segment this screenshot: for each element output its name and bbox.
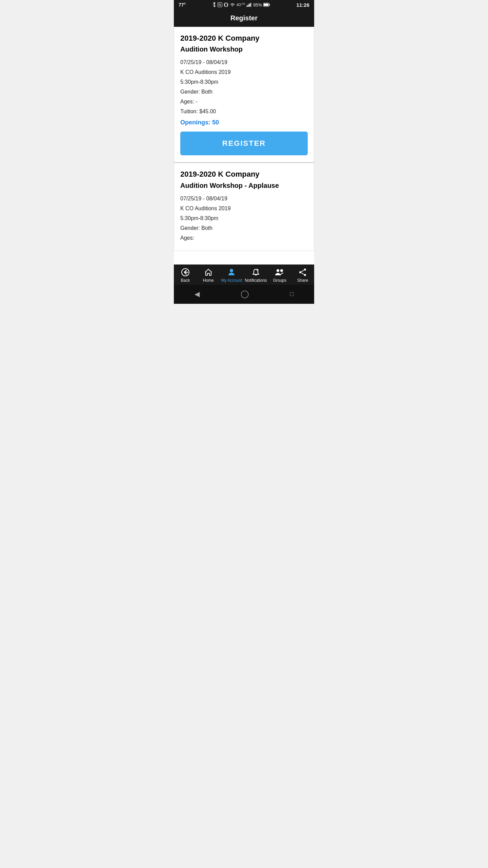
svg-point-12 <box>277 269 279 272</box>
android-back-button[interactable]: ◀ <box>188 289 206 299</box>
card-1-tuition: Tuition: $45.00 <box>180 107 308 116</box>
bottom-nav: Back Home My Account No <box>174 264 314 285</box>
event-card-2: 2019-2020 K Company Audition Workshop - … <box>174 162 314 251</box>
nav-home-label: Home <box>203 278 214 283</box>
card-1-date: 07/25/19 - 08/04/19 <box>180 58 308 66</box>
content-area: 2019-2020 K Company Audition Workshop 07… <box>174 27 314 264</box>
signal-icon <box>246 3 252 7</box>
svg-rect-2 <box>227 4 228 6</box>
nfc-icon: N <box>218 2 222 7</box>
nav-back-label: Back <box>181 278 190 283</box>
groups-icon <box>274 268 285 277</box>
svg-point-15 <box>299 271 301 273</box>
svg-point-14 <box>304 269 306 271</box>
card-2-date: 07/25/19 - 08/04/19 <box>180 195 308 203</box>
svg-point-11 <box>230 269 233 272</box>
android-home-button[interactable]: ◯ <box>234 288 256 300</box>
svg-rect-0 <box>225 3 227 6</box>
battery-percent: 95% <box>253 2 262 7</box>
vibrate-icon <box>224 2 228 7</box>
card-1-title-main: 2019-2020 K Company <box>180 34 308 43</box>
page-header: Register <box>174 9 314 27</box>
android-recent-button[interactable]: □ <box>283 289 301 299</box>
svg-point-13 <box>280 269 283 272</box>
network-icon: 4GLTE <box>237 3 245 7</box>
battery-icon <box>263 3 270 7</box>
svg-line-17 <box>301 270 304 272</box>
home-icon <box>204 268 213 277</box>
nav-back[interactable]: Back <box>175 268 196 283</box>
register-button-1[interactable]: REGISTER <box>180 132 308 155</box>
nav-my-account[interactable]: My Account <box>221 268 242 283</box>
card-2-title-sub: Audition Workshop - Applause <box>180 181 308 190</box>
card-2-title-main: 2019-2020 K Company <box>180 170 308 179</box>
page-title: Register <box>230 14 258 22</box>
bluetooth-icon <box>212 2 216 7</box>
nav-share-label: Share <box>297 278 308 283</box>
nav-notifications-label: Notifications <box>245 278 267 283</box>
card-2-time: 5:30pm-8:30pm <box>180 214 308 222</box>
card-2-location: K CO Auditions 2019 <box>180 204 308 213</box>
share-icon <box>298 268 307 277</box>
svg-rect-5 <box>249 4 250 7</box>
svg-rect-3 <box>246 6 247 7</box>
card-1-title-sub: Audition Workshop <box>180 45 308 54</box>
nav-notifications[interactable]: Notifications <box>245 268 267 283</box>
svg-rect-4 <box>248 5 249 7</box>
nav-share[interactable]: Share <box>292 268 313 283</box>
svg-rect-6 <box>250 3 251 7</box>
temperature: 77° <box>179 2 186 7</box>
svg-line-18 <box>301 273 304 275</box>
wifi-icon <box>230 3 235 7</box>
nav-groups[interactable]: Groups <box>269 268 290 283</box>
card-1-gender: Gender: Both <box>180 88 308 96</box>
back-icon <box>181 268 190 277</box>
status-icons: N 4GLTE 95% <box>212 2 270 7</box>
svg-rect-1 <box>224 4 225 6</box>
card-1-time: 5:30pm-8:30pm <box>180 78 308 86</box>
card-1-openings: Openings: 50 <box>180 119 308 126</box>
nav-home[interactable]: Home <box>198 268 219 283</box>
my-account-icon <box>227 268 236 277</box>
event-card-1: 2019-2020 K Company Audition Workshop 07… <box>174 27 314 162</box>
svg-rect-10 <box>264 4 268 6</box>
android-nav-bar: ◀ ◯ □ <box>174 285 314 304</box>
card-1-ages: Ages: - <box>180 98 308 106</box>
status-bar: 77° N 4GLTE 95% <box>174 0 314 9</box>
card-2-gender: Gender: Both <box>180 224 308 232</box>
svg-rect-9 <box>269 4 270 5</box>
time: 11:26 <box>297 2 309 8</box>
notifications-icon <box>251 268 260 277</box>
svg-rect-7 <box>251 3 252 7</box>
nav-groups-label: Groups <box>273 278 286 283</box>
nav-my-account-label: My Account <box>221 278 242 283</box>
svg-point-16 <box>304 274 306 276</box>
card-1-location: K CO Auditions 2019 <box>180 68 308 76</box>
card-2-ages: Ages: <box>180 234 308 242</box>
